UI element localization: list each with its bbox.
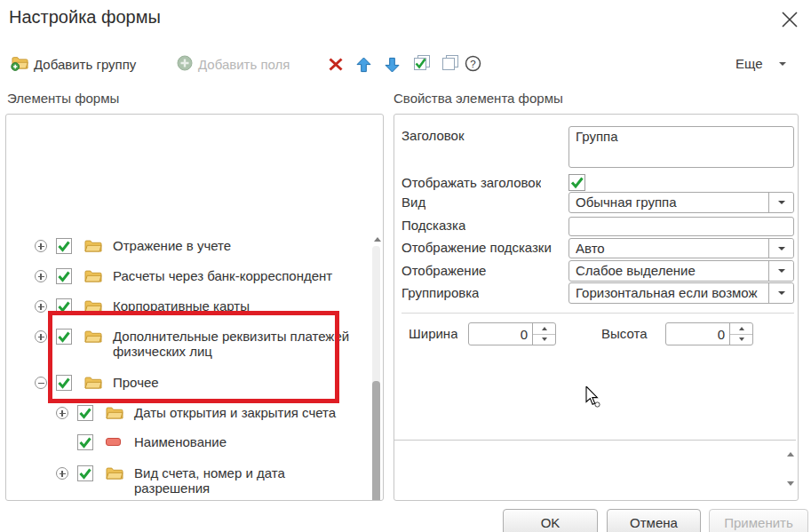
- add-group-button[interactable]: Добавить группу: [11, 55, 136, 73]
- width-field-label: Ширина: [409, 326, 457, 341]
- cancel-button[interactable]: Отмена: [607, 509, 701, 532]
- form-elements-tree-panel: Отражение в учетеРасчеты через банк-корр…: [5, 114, 384, 501]
- tooltip-field[interactable]: [568, 217, 794, 236]
- move-up-icon[interactable]: [355, 57, 372, 76]
- circle-plus-icon: [177, 55, 193, 74]
- ok-button[interactable]: OK: [503, 509, 598, 532]
- folder-icon: [106, 466, 123, 480]
- collapse-icon[interactable]: [35, 377, 47, 389]
- tree-item-label[interactable]: Наименование: [134, 434, 227, 449]
- tooltip-display-label: Отображение подсказки: [402, 240, 552, 255]
- svg-text:?: ?: [470, 59, 475, 69]
- chevron-down-icon: [779, 62, 786, 66]
- visibility-checkbox[interactable]: [56, 298, 72, 314]
- chevron-down-icon[interactable]: [768, 283, 793, 303]
- expand-icon[interactable]: [56, 467, 68, 480]
- visibility-checkbox[interactable]: [77, 434, 93, 450]
- tree-item-label[interactable]: Вид счета, номер и датаразрешения: [134, 465, 285, 496]
- decrement-icon[interactable]: [730, 334, 752, 345]
- divider: [402, 313, 794, 314]
- add-fields-button-disabled: Добавить поля: [177, 55, 290, 73]
- width-value: 0: [469, 327, 528, 342]
- tree-item-label[interactable]: Корпоративные карты: [113, 298, 250, 314]
- tree-item-label[interactable]: Отражение в учете: [113, 238, 231, 253]
- tree-item-label[interactable]: Прочее: [113, 375, 159, 390]
- scroll-down-icon[interactable]: [787, 481, 794, 486]
- height-value: 0: [666, 327, 725, 342]
- grouping-select-value: Горизонтальная если возмож: [576, 285, 758, 300]
- tree-item-label[interactable]: Даты открытия и закрытия счета: [134, 405, 336, 420]
- width-stepper[interactable]: 0: [468, 322, 556, 345]
- folder-icon: [84, 269, 102, 283]
- delete-icon[interactable]: [328, 57, 344, 75]
- title-field[interactable]: Группа: [568, 126, 794, 168]
- close-icon[interactable]: [780, 10, 799, 29]
- folder-icon: [84, 299, 102, 314]
- tree-item-label[interactable]: Дополнительные реквизиты платежейфизичес…: [113, 329, 349, 359]
- apply-button: Применить: [709, 509, 808, 532]
- help-icon[interactable]: ?: [465, 55, 481, 75]
- move-down-icon[interactable]: [384, 57, 401, 76]
- element-properties-panel: [394, 114, 799, 501]
- scroll-up-icon[interactable]: [787, 452, 794, 457]
- tree-item-label[interactable]: Расчеты через банк-корреспондент: [113, 268, 332, 283]
- right-panel-title: Свойства элемента формы: [394, 91, 563, 106]
- visibility-checkbox[interactable]: [56, 268, 72, 284]
- chevron-down-icon[interactable]: [768, 239, 793, 258]
- expand-icon[interactable]: [56, 407, 68, 419]
- vertical-scrollbar-thumb[interactable]: [372, 381, 380, 501]
- kind-field-label: Вид: [402, 195, 425, 210]
- decrement-icon[interactable]: [533, 334, 555, 345]
- display-field-label: Отображение: [402, 263, 486, 278]
- expand-icon[interactable]: [35, 330, 47, 343]
- folder-icon: [106, 406, 123, 420]
- height-field-label: Высота: [601, 326, 648, 341]
- left-panel-title: Элементы формы: [7, 91, 119, 106]
- title-field-value: Группа: [576, 129, 618, 144]
- more-button[interactable]: Еще: [735, 56, 786, 71]
- folder-plus-icon: [11, 55, 28, 74]
- tooltip-field-label: Подсказка: [402, 218, 465, 233]
- visibility-checkbox[interactable]: [56, 375, 72, 391]
- tooltip-display-value: Авто: [576, 241, 605, 256]
- divider: [394, 440, 796, 441]
- visibility-checkbox[interactable]: [56, 238, 72, 254]
- height-stepper[interactable]: 0: [665, 322, 753, 345]
- page-title: Настройка формы: [9, 7, 161, 28]
- visibility-checkbox[interactable]: [77, 465, 93, 481]
- chevron-down-icon[interactable]: [768, 261, 793, 281]
- visibility-checkbox[interactable]: [56, 329, 72, 345]
- add-group-label: Добавить группу: [34, 57, 136, 72]
- more-label: Еще: [735, 56, 763, 71]
- folder-icon: [84, 239, 102, 253]
- tooltip-display-select[interactable]: Авто: [568, 238, 794, 258]
- title-field-label: Заголовок: [402, 128, 465, 143]
- scroll-up-icon[interactable]: [374, 237, 381, 242]
- uncheck-all-icon[interactable]: [439, 54, 460, 77]
- display-select-value: Слабое выделение: [576, 263, 696, 278]
- field-dash-icon: [106, 438, 121, 446]
- folder-icon: [84, 376, 102, 390]
- chevron-down-icon[interactable]: [768, 193, 793, 212]
- form-settings-dialog: { "window": { "title": "Настройка формы"…: [0, 0, 811, 532]
- visibility-checkbox[interactable]: [77, 405, 93, 421]
- display-select[interactable]: Слабое выделение: [568, 260, 794, 282]
- check-all-icon[interactable]: [409, 54, 433, 77]
- grouping-select[interactable]: Горизонтальная если возмож: [568, 282, 794, 304]
- kind-select-value: Обычная группа: [576, 195, 677, 210]
- grouping-field-label: Группировка: [402, 285, 479, 300]
- mouse-cursor: [585, 386, 605, 413]
- folder-icon: [84, 330, 102, 344]
- expand-icon[interactable]: [35, 270, 47, 282]
- expand-icon[interactable]: [35, 300, 47, 313]
- show-title-label: Отображать заголовок: [402, 175, 541, 190]
- expand-icon[interactable]: [35, 240, 47, 252]
- kind-select[interactable]: Обычная группа: [568, 192, 794, 213]
- add-fields-label: Добавить поля: [198, 57, 290, 72]
